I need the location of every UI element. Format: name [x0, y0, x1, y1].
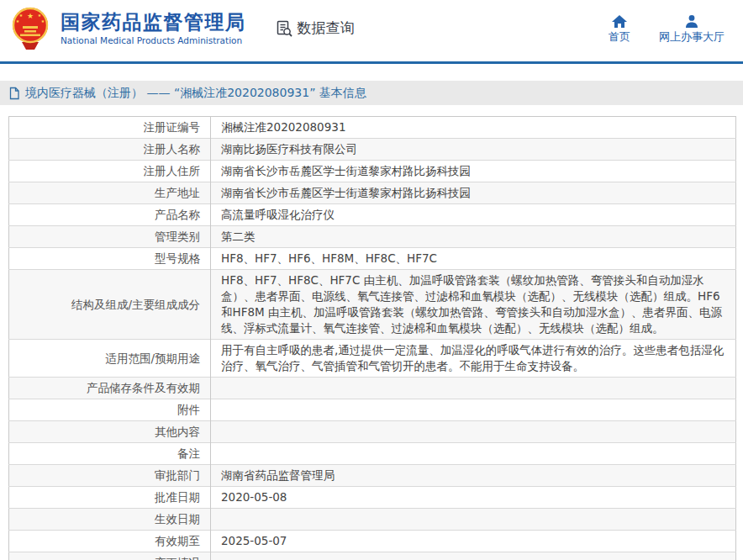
row-label: 产品名称: [9, 204, 211, 226]
row-label: 适用范围/预期用途: [9, 340, 211, 378]
svg-text:★: ★: [19, 13, 24, 18]
nav-item-home[interactable]: 首页: [609, 14, 630, 42]
data-query-menu[interactable]: 数据查询: [275, 18, 355, 38]
row-label: 生产地址: [9, 182, 211, 204]
table-row: 生产地址 湖南省长沙市岳麓区学士街道黎家村路比扬科技园: [9, 182, 736, 204]
table-row: 其他内容: [9, 421, 736, 443]
table-row: 附件: [9, 399, 736, 421]
nav-item-service-hall[interactable]: 网上办事大厅: [659, 14, 725, 42]
table-row: 批准日期 2020-05-08: [9, 487, 736, 509]
svg-text:★: ★: [41, 18, 45, 24]
svg-text:★: ★: [38, 13, 42, 18]
row-value: 高流量呼吸湿化治疗仪: [211, 204, 736, 226]
row-label: 型号规格: [9, 248, 211, 270]
row-value: [211, 421, 736, 443]
row-label: 备注: [9, 443, 211, 465]
row-label: 附件: [9, 399, 211, 421]
breadcrumb-text: 境内医疗器械（注册） —— “湘械注准20202080931” 基本信息: [25, 86, 366, 101]
breadcrumb: 境内医疗器械（注册） —— “湘械注准20202080931” 基本信息: [0, 81, 743, 105]
row-value: [211, 552, 736, 560]
row-value: 湖南省长沙市岳麓区学士街道黎家村路比扬科技园: [211, 161, 736, 182]
table-row: 产品储存条件及有效期: [9, 378, 736, 399]
table-row: 变更情况: [9, 552, 736, 560]
org-name-en: National Medical Products Administration: [61, 35, 246, 45]
row-value: 湖南省药品监督管理局: [211, 465, 736, 487]
row-value: [211, 443, 736, 465]
row-value: 2020-05-08: [211, 487, 736, 509]
row-value: HF8、HF7、HF6、HF8M、HF8C、HF7C: [211, 248, 736, 270]
nav-item-label: 首页: [609, 31, 630, 42]
row-label: 审批部门: [9, 465, 211, 487]
row-label: 变更情况: [9, 552, 211, 560]
table-row: 适用范围/预期用途 用于有自主呼吸的患者,通过提供一定流量、加温湿化的呼吸气体进…: [9, 340, 736, 378]
row-label: 注册证编号: [9, 117, 211, 139]
row-label: 结构及组成/主要组成成分: [9, 270, 211, 340]
registration-info-section: 注册证编号 湘械注准20202080931 注册人名称 湖南比扬医疗科技有限公司…: [8, 116, 736, 560]
table-row: 审批部门 湖南省药品监督管理局: [9, 465, 736, 487]
table-row: 注册人住所 湖南省长沙市岳麓区学士街道黎家村路比扬科技园: [9, 161, 736, 182]
row-value: 用于有自主呼吸的患者,通过提供一定流量、加温湿化的呼吸气体进行有效的治疗。这些患…: [211, 340, 736, 378]
row-label: 注册人名称: [9, 139, 211, 161]
row-label: 产品储存条件及有效期: [9, 378, 211, 399]
row-value: 第二类: [211, 226, 736, 248]
svg-text:★: ★: [27, 12, 34, 20]
row-value: HF8、HF7、HF8C、HF7C 由主机、加温呼吸管路套装（螺纹加热管路、弯管…: [211, 270, 736, 340]
document-icon: [8, 87, 20, 100]
svg-text:★: ★: [16, 18, 20, 24]
row-label: 注册人住所: [9, 161, 211, 182]
table-row: 注册证编号 湘械注准20202080931: [9, 117, 736, 139]
table-row: 产品名称 高流量呼吸湿化治疗仪: [9, 204, 736, 226]
table-row: 注册人名称 湖南比扬医疗科技有限公司: [9, 139, 736, 161]
row-value: 湘械注准20202080931: [211, 117, 736, 139]
national-emblem-icon: ★ ★ ★ ★ ★: [8, 6, 52, 51]
row-label: 其他内容: [9, 421, 211, 443]
site-logo[interactable]: ★ ★ ★ ★ ★ 国家药品监督管理局 National Medical Pro…: [8, 6, 246, 51]
org-names: 国家药品监督管理局 National Medical Products Admi…: [61, 11, 246, 45]
nav-item-label: 网上办事大厅: [659, 31, 725, 42]
row-value: [211, 509, 736, 531]
table-row: 生效日期: [9, 509, 736, 531]
data-query-label: 数据查询: [298, 18, 355, 38]
row-value: [211, 399, 736, 421]
row-value: 湖南省长沙市岳麓区学士街道黎家村路比扬科技园: [211, 182, 736, 204]
table-row: 型号规格 HF8、HF7、HF6、HF8M、HF8C、HF7C: [9, 248, 736, 270]
table-row: 有效期至 2025-05-07: [9, 531, 736, 552]
info-table-body: 注册证编号 湘械注准20202080931 注册人名称 湖南比扬医疗科技有限公司…: [9, 117, 736, 560]
user-icon: [684, 14, 699, 29]
document-search-icon: [275, 19, 293, 38]
row-value: 2025-05-07: [211, 531, 736, 552]
registration-info-table: 注册证编号 湘械注准20202080931 注册人名称 湖南比扬医疗科技有限公司…: [8, 116, 736, 560]
page-header: ★ ★ ★ ★ ★ 国家药品监督管理局 National Medical Pro…: [0, 0, 743, 64]
row-label: 管理类别: [9, 226, 211, 248]
home-icon: [611, 14, 628, 29]
table-row: 结构及组成/主要组成成分 HF8、HF7、HF8C、HF7C 由主机、加温呼吸管…: [9, 270, 736, 340]
row-label: 有效期至: [9, 531, 211, 552]
org-name-cn: 国家药品监督管理局: [61, 11, 246, 33]
top-nav: 首页 网上办事大厅: [609, 14, 725, 42]
row-label: 生效日期: [9, 509, 211, 531]
row-label: 批准日期: [9, 487, 211, 509]
table-row: 管理类别 第二类: [9, 226, 736, 248]
row-value: 湖南比扬医疗科技有限公司: [211, 139, 736, 161]
table-row: 备注: [9, 443, 736, 465]
row-value: [211, 378, 736, 399]
